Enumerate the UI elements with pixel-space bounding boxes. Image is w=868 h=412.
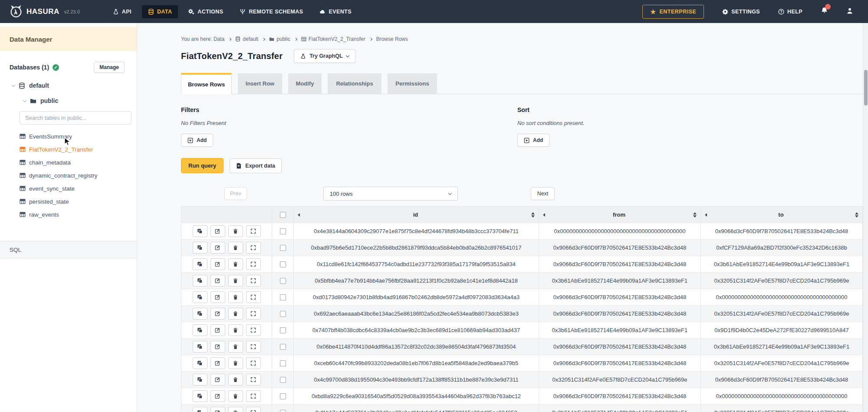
delete-row-button[interactable]: [228, 225, 243, 237]
edit-row-button[interactable]: [210, 357, 225, 369]
row-checkbox[interactable]: [280, 377, 286, 383]
export-data-button[interactable]: Export data: [230, 158, 282, 173]
delete-row-button[interactable]: [228, 275, 243, 287]
delete-row-button[interactable]: [228, 357, 243, 369]
column-header-to[interactable]: to: [700, 207, 862, 223]
add-filter-button[interactable]: Add: [181, 134, 213, 147]
sidebar-table-item-chain_metadata[interactable]: chain_metadata: [0, 156, 137, 169]
help-button[interactable]: HELP: [778, 9, 802, 15]
manage-button[interactable]: Manage: [94, 62, 125, 73]
nav-item-actions[interactable]: ACTIONS: [182, 5, 229, 18]
copy-row-button[interactable]: [193, 390, 207, 402]
expand-row-button[interactable]: [246, 341, 261, 353]
chevron-down-icon[interactable]: [23, 98, 26, 102]
sidebar-table-item-raw_events[interactable]: raw_events: [0, 208, 137, 221]
sidebar-item-public-schema[interactable]: public: [23, 97, 137, 104]
edit-row-button[interactable]: [210, 242, 225, 254]
edit-row-button[interactable]: [210, 258, 225, 270]
expand-row-button[interactable]: [246, 324, 261, 336]
copy-row-button[interactable]: [193, 242, 207, 254]
copy-row-button[interactable]: [193, 324, 207, 336]
sidebar-table-item-dynamic_contract_registry[interactable]: dynamic_contract_registry: [0, 169, 137, 182]
tab-permissions[interactable]: Permissions: [388, 73, 437, 94]
expand-row-button[interactable]: [246, 357, 261, 369]
row-checkbox[interactable]: [280, 327, 286, 333]
row-checkbox[interactable]: [280, 311, 286, 317]
search-tables-input[interactable]: [20, 111, 132, 125]
edit-row-button[interactable]: [210, 407, 225, 412]
sidebar-item-sql[interactable]: SQL: [0, 241, 137, 258]
edit-row-button[interactable]: [210, 225, 225, 237]
column-header-id[interactable]: id: [293, 207, 539, 223]
expand-row-button[interactable]: [246, 407, 261, 412]
breadcrumb-browse-rows[interactable]: Browse Rows: [376, 36, 408, 42]
sidebar-item-default-db[interactable]: default: [12, 82, 137, 89]
delete-row-button[interactable]: [228, 390, 243, 402]
row-checkbox[interactable]: [280, 261, 286, 267]
settings-button[interactable]: SETTINGS: [722, 9, 760, 15]
delete-row-button[interactable]: [228, 341, 243, 353]
edit-row-button[interactable]: [210, 390, 225, 402]
rows-per-page-select[interactable]: 100 rows: [323, 187, 458, 201]
nav-item-remote-schemas[interactable]: REMOTE SCHEMAS: [233, 5, 309, 18]
row-checkbox[interactable]: [280, 245, 286, 251]
expand-row-button[interactable]: [246, 275, 261, 287]
delete-row-button[interactable]: [228, 291, 243, 303]
row-checkbox[interactable]: [280, 228, 286, 234]
copy-row-button[interactable]: [193, 275, 207, 287]
sort-arrows-icon[interactable]: [531, 212, 535, 218]
row-checkbox[interactable]: [280, 344, 286, 350]
copy-row-button[interactable]: [193, 374, 207, 386]
expand-row-button[interactable]: [246, 291, 261, 303]
copy-row-button[interactable]: [193, 357, 207, 369]
copy-row-button[interactable]: [193, 225, 207, 237]
column-header-from[interactable]: from: [539, 207, 700, 223]
row-checkbox[interactable]: [280, 278, 286, 284]
expand-row-button[interactable]: [246, 242, 261, 254]
try-graphql-button[interactable]: Try GraphQL: [294, 49, 355, 63]
edit-row-button[interactable]: [210, 308, 225, 320]
tab-browse-rows[interactable]: Browse Rows: [181, 73, 232, 94]
expand-row-button[interactable]: [246, 390, 261, 402]
add-sort-button[interactable]: Add: [517, 134, 549, 147]
tab-modify[interactable]: Modify: [288, 73, 322, 94]
run-query-button[interactable]: Run query: [181, 158, 224, 173]
next-page-button[interactable]: Next: [531, 187, 555, 200]
vertical-scrollbar[interactable]: [863, 23, 868, 412]
row-checkbox[interactable]: [280, 410, 286, 412]
nav-item-api[interactable]: API: [107, 5, 138, 18]
edit-row-button[interactable]: [210, 341, 225, 353]
sidebar-table-item-event_sync_state[interactable]: event_sync_state: [0, 182, 137, 195]
copy-row-button[interactable]: [193, 291, 207, 303]
sort-arrows-icon[interactable]: [693, 212, 697, 218]
expand-row-button[interactable]: [246, 258, 261, 270]
row-checkbox[interactable]: [280, 294, 286, 300]
delete-row-button[interactable]: [228, 242, 243, 254]
delete-row-button[interactable]: [228, 407, 243, 412]
user-menu-button[interactable]: [846, 7, 853, 16]
chevron-down-icon[interactable]: [12, 83, 15, 86]
edit-row-button[interactable]: [210, 291, 225, 303]
delete-row-button[interactable]: [228, 374, 243, 386]
sidebar-table-item-FiatTokenV2_2_Transfer[interactable]: FiatTokenV2_2_Transfer: [0, 143, 137, 156]
hasura-brand[interactable]: HASURA v2.23.0: [10, 5, 80, 18]
row-checkbox[interactable]: [280, 393, 286, 399]
tab-relationships[interactable]: Relationships: [328, 73, 381, 94]
nav-item-events[interactable]: EVENTS: [313, 5, 357, 18]
row-checkbox[interactable]: [280, 360, 286, 366]
tab-insert-row[interactable]: Insert Row: [238, 73, 282, 94]
copy-row-button[interactable]: [193, 308, 207, 320]
delete-row-button[interactable]: [228, 324, 243, 336]
enterprise-button[interactable]: ★ ENTERPRISE: [642, 5, 704, 19]
breadcrumb-public[interactable]: public: [269, 36, 290, 42]
breadcrumb-table[interactable]: FiatTokenV2_2_Transfer: [301, 36, 365, 42]
nav-item-data[interactable]: DATA: [142, 5, 178, 18]
expand-row-button[interactable]: [246, 308, 261, 320]
copy-row-button[interactable]: [193, 258, 207, 270]
sort-arrows-icon[interactable]: [855, 212, 858, 218]
copy-row-button[interactable]: [193, 341, 207, 353]
sidebar-table-item-persisted_state[interactable]: persisted_state: [0, 195, 137, 208]
breadcrumb-prefix[interactable]: You are here: Data: [181, 36, 224, 42]
edit-row-button[interactable]: [210, 275, 225, 287]
sidebar-table-item-EventsSummary[interactable]: EventsSummary: [0, 130, 137, 143]
